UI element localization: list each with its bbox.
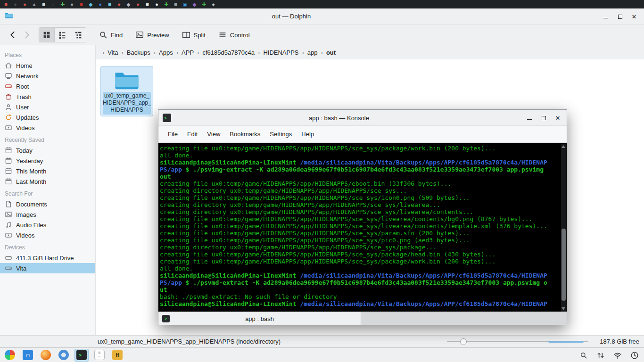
sidebar-item-yesterday[interactable]: Yesterday (0, 156, 95, 166)
terminal-line: creating file ux0:temp/game/HIDENAPPS/ap… (160, 222, 559, 230)
scrollbar-thumb[interactable] (561, 229, 566, 301)
sidebar-item-audio-files[interactable]: Audio Files (0, 220, 95, 230)
folder-item-selected[interactable]: ux0_temp_game_ HIDENAPPS_app_ HIDENAPPS (100, 66, 153, 116)
scroll-down-icon[interactable] (561, 307, 565, 310)
hex-app-icon[interactable]: H (110, 349, 124, 362)
sidebar-item-videos[interactable]: Videos (0, 123, 95, 133)
sidebar-item-today[interactable]: Today (0, 145, 95, 156)
menu-edit[interactable]: Edit (182, 129, 202, 140)
terminal-scrollbar[interactable] (561, 144, 566, 312)
text-editor-icon[interactable]: ≡≡ (92, 349, 107, 362)
firefox-icon[interactable] (39, 349, 53, 362)
sidebar-item-vita[interactable]: Vita (0, 263, 95, 273)
drive-icon (5, 264, 12, 272)
tray-icon[interactable]: ● (116, 2, 122, 7)
close-button[interactable]: ✕ (551, 111, 565, 124)
breadcrumb-item[interactable]: app (307, 49, 318, 56)
close-button[interactable]: ✕ (627, 10, 641, 23)
tray-icon[interactable]: ◆ (125, 2, 132, 7)
tray-icon[interactable]: ◉ (182, 2, 188, 7)
dolphin-titlebar[interactable]: out — Dolphin ✕ (0, 8, 644, 25)
minimize-button[interactable] (522, 111, 537, 124)
back-button[interactable] (6, 28, 20, 42)
tray-icon[interactable]: ■ (107, 2, 113, 7)
kdeconnect-icon[interactable] (595, 350, 606, 361)
sidebar-item-last-month[interactable]: Last Month (0, 176, 95, 187)
sidebar-item-network[interactable]: Network (0, 71, 95, 81)
tray-icon[interactable]: ■ (78, 2, 84, 7)
icons-view-button[interactable] (39, 28, 55, 42)
control-button[interactable]: Control (218, 30, 250, 40)
tray-icon[interactable]: ■ (41, 2, 47, 7)
breadcrumb-item[interactable]: APP (182, 49, 194, 56)
zoom-slider-handle[interactable] (460, 338, 467, 345)
minimize-button[interactable] (599, 10, 613, 23)
video-icon (5, 231, 12, 239)
sidebar-item-label: Videos (16, 232, 35, 239)
breadcrumb-item[interactable]: HIDENAPPS (263, 49, 298, 56)
audio-icon (5, 221, 12, 229)
tray-icon[interactable]: ✚ (59, 2, 66, 7)
details-view-button[interactable] (70, 28, 86, 42)
sidebar-item-images[interactable]: Images (0, 209, 95, 220)
tray-icon[interactable]: ✚ (201, 2, 207, 7)
tray-icon[interactable]: ● (12, 2, 18, 7)
tray-icon[interactable]: ■ (144, 2, 150, 7)
sidebar-item-this-month[interactable]: This Month (0, 166, 95, 176)
wifi-icon[interactable] (612, 350, 623, 361)
sidebar-item-label: 411.3 GiB Hard Drive (16, 255, 74, 262)
hamburger-icon (218, 30, 227, 40)
zoom-slider[interactable] (447, 336, 588, 348)
breadcrumb-item[interactable]: cf6185d5a7870c4a (202, 49, 255, 56)
tray-icon[interactable]: ■ (3, 2, 9, 7)
search-icon[interactable] (578, 350, 589, 361)
tab-app-bash[interactable]: > app : bash (158, 312, 361, 325)
maximize-button[interactable] (613, 10, 627, 23)
sidebar-item-videos[interactable]: Videos (0, 230, 95, 240)
breadcrumb-item[interactable]: Backups (127, 49, 150, 56)
tray-icon[interactable]: ● (22, 2, 28, 7)
app-launcher-icon[interactable] (3, 349, 17, 362)
menu-file[interactable]: File (163, 129, 182, 140)
tray-icon[interactable]: ▲ (31, 2, 37, 7)
menu-bookmarks[interactable]: Bookmarks (225, 129, 265, 140)
tray-icon[interactable]: ● (210, 2, 216, 7)
scroll-up-icon[interactable] (561, 145, 565, 148)
breadcrumb-item[interactable]: out (326, 49, 336, 56)
sidebar-item-root[interactable]: Root (0, 81, 95, 91)
tray-icon[interactable]: ● (69, 2, 75, 7)
tray-icon[interactable]: ● (50, 2, 56, 7)
sidebar-item-documents[interactable]: Documents (0, 199, 95, 209)
compact-view-button[interactable] (55, 28, 70, 42)
chromium-icon[interactable] (57, 349, 71, 362)
konsole-task-icon[interactable]: >_ (74, 349, 89, 362)
konsole-titlebar[interactable]: >_ app : bash — Konsole ✕ (158, 110, 567, 126)
menu-help[interactable]: Help (297, 129, 319, 140)
sidebar-item-updates[interactable]: Updates (0, 112, 95, 123)
breadcrumb-item[interactable]: Vita (107, 49, 118, 56)
trash-icon (5, 93, 12, 100)
tray-icon[interactable]: ✚ (163, 2, 169, 7)
split-button[interactable]: Split (182, 30, 206, 40)
tray-icon[interactable]: ■ (173, 2, 179, 7)
terminal-output[interactable]: creating file ux0:temp/game/HIDENAPPS/ap… (158, 143, 567, 313)
clock-icon[interactable] (629, 350, 640, 361)
menu-view[interactable]: View (202, 129, 225, 140)
breadcrumb-chevron-icon: › (321, 49, 323, 56)
tray-icon[interactable]: ● (97, 2, 103, 7)
forward-button[interactable] (20, 28, 34, 42)
sidebar-item-home[interactable]: Home (0, 60, 95, 71)
tray-icon[interactable]: ◆ (191, 2, 198, 7)
sidebar-item-trash[interactable]: Trash (0, 91, 95, 102)
sidebar-item-user[interactable]: User (0, 102, 95, 112)
find-button[interactable]: Find (99, 30, 123, 40)
menu-settings[interactable]: Settings (265, 129, 297, 140)
breadcrumb-item[interactable]: Apps (159, 49, 173, 56)
preview-button[interactable]: Preview (135, 30, 169, 40)
sidebar-item-411-3-gib-hard-drive[interactable]: 411.3 GiB Hard Drive (0, 253, 95, 263)
tray-icon[interactable]: ● (135, 2, 141, 7)
maximize-button[interactable] (537, 111, 551, 124)
tray-icon[interactable]: ● (154, 2, 160, 7)
tray-icon[interactable]: ◆ (88, 2, 94, 7)
file-manager-icon[interactable]: ▢ (21, 349, 35, 362)
